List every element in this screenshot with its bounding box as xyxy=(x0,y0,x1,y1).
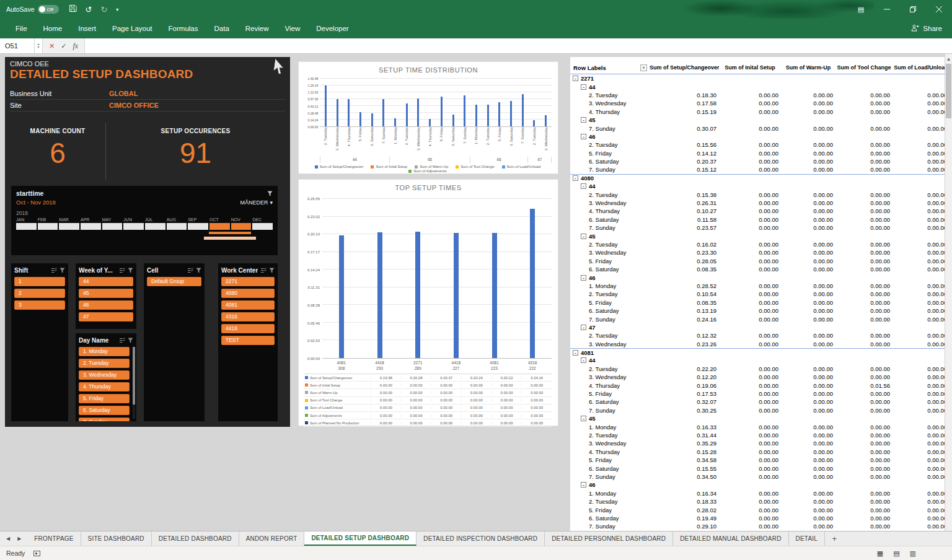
ribbon-display-options-icon[interactable]: ▤ xyxy=(848,0,874,19)
clear-filter-icon[interactable] xyxy=(196,268,201,273)
undo-icon[interactable]: ↺ xyxy=(86,6,92,14)
name-box[interactable]: O51 xyxy=(0,38,35,53)
cancel-icon[interactable]: ✕ xyxy=(49,42,55,50)
timeline-scrollbar-thumb[interactable] xyxy=(204,237,257,240)
scrollbar-thumb[interactable] xyxy=(133,347,135,405)
insert-function-icon[interactable]: fx xyxy=(73,42,78,51)
timeline-month-jan[interactable]: JAN xyxy=(16,217,37,230)
timeline-month-jul[interactable]: JUL xyxy=(145,217,165,230)
sheet-tab-detailed-setup-dashboard[interactable]: DETAILED SETUP DASHBOARD xyxy=(304,532,416,546)
ribbon-tab-page-layout[interactable]: Page Layout xyxy=(104,19,161,38)
timeline-granularity-dropdown[interactable]: MÅNEDER ▾ xyxy=(240,199,273,206)
slicer-scrollbar[interactable] xyxy=(133,347,135,419)
multiselect-icon[interactable] xyxy=(260,268,267,273)
ribbon-tab-review[interactable]: Review xyxy=(237,19,277,38)
collapse-button[interactable]: - xyxy=(581,117,586,123)
share-button[interactable]: Share xyxy=(911,24,952,33)
multiselect-icon[interactable] xyxy=(119,338,125,343)
filter-dropdown-icon[interactable]: ▼ xyxy=(640,64,647,71)
slicer-item-7-sunday[interactable]: 7. Sunday xyxy=(79,418,130,421)
collapse-button[interactable]: - xyxy=(573,76,578,81)
timeline-month-apr[interactable]: APR xyxy=(81,217,101,230)
multiselect-icon[interactable] xyxy=(187,268,193,273)
collapse-button[interactable]: - xyxy=(581,134,586,139)
close-icon[interactable] xyxy=(926,0,952,19)
collapse-button[interactable]: - xyxy=(573,350,578,356)
vertical-scrollbar[interactable]: ▲ xyxy=(945,54,952,531)
slicer-item-1[interactable]: 1 xyxy=(14,277,65,286)
slicer-item-3-wednesday[interactable]: 3. Wednesday xyxy=(79,370,130,380)
collapse-button[interactable]: - xyxy=(581,325,586,330)
pivot-header-row-labels[interactable]: Row Labels▼ xyxy=(570,64,650,71)
collapse-button[interactable]: - xyxy=(581,416,586,421)
save-icon[interactable] xyxy=(69,4,77,15)
sheet-tab-detail[interactable]: DETAIL xyxy=(789,532,825,546)
slicer-item-default-group[interactable]: Default Group xyxy=(147,277,201,286)
name-box-spinner[interactable]: ▲▼ xyxy=(35,38,43,53)
multiselect-icon[interactable] xyxy=(51,268,57,273)
clear-filter-icon[interactable] xyxy=(128,268,133,273)
formula-input[interactable] xyxy=(85,38,952,53)
customize-toolbar-icon[interactable]: ▾ xyxy=(116,7,118,12)
sheet-tab-detailed-inspection-dashboard[interactable]: DETAILED INSPECTION DASHBOARD xyxy=(416,532,545,546)
sheet-tab-andon-report[interactable]: ANDON REPORT xyxy=(239,532,305,546)
timeline-scrollbar[interactable] xyxy=(16,237,273,240)
sheet-tab-site-dashboard[interactable]: SITE DASHBOARD xyxy=(81,532,152,546)
timeline-month-sep[interactable]: SEP xyxy=(188,217,208,230)
timeline-month-may[interactable]: MAY xyxy=(102,217,123,230)
scrollbar-thumb[interactable] xyxy=(946,64,951,118)
ribbon-tab-home[interactable]: Home xyxy=(35,19,71,38)
sheet-nav-right-icon[interactable]: ▶ xyxy=(17,536,21,541)
record-macro-icon[interactable] xyxy=(33,551,40,556)
slicer-item-1-monday[interactable]: 1. Monday xyxy=(79,347,130,356)
collapse-button[interactable]: - xyxy=(573,175,578,181)
clear-filter-icon[interactable] xyxy=(128,338,133,343)
minimize-icon[interactable] xyxy=(874,0,900,19)
slicer-item-4418[interactable]: 4418 xyxy=(221,324,275,333)
autosave-pill[interactable]: Off xyxy=(38,5,59,14)
slicer-item-45[interactable]: 45 xyxy=(79,289,133,298)
slicer-item-4316[interactable]: 4316 xyxy=(221,312,275,322)
timeline-month-jun[interactable]: JUN xyxy=(123,217,144,230)
slicer-item-44[interactable]: 44 xyxy=(79,277,133,286)
ribbon-tab-insert[interactable]: Insert xyxy=(70,19,104,38)
ribbon-tab-developer[interactable]: Developer xyxy=(308,19,356,38)
ribbon-tab-data[interactable]: Data xyxy=(206,19,237,38)
chart-top-setup-times[interactable]: TOP SETUP TIMES 0.00.000.02.530.05.460.0… xyxy=(298,179,558,426)
slicer-item-6-saturday[interactable]: 6. Saturday xyxy=(79,406,130,415)
page-break-view-icon[interactable]: ▥ xyxy=(910,549,916,558)
clear-filter-icon[interactable] xyxy=(267,191,273,196)
sheet-tab-detailed-personnel-dashboard[interactable]: DETAILED PERSONNEL DASHBOARD xyxy=(545,532,673,546)
chart-setup-time-distribution[interactable]: SETUP TIME DISTRIBUTION 0.00.000.14.240.… xyxy=(298,61,558,174)
autosave-toggle[interactable]: AutoSave Off xyxy=(6,5,59,14)
redo-icon[interactable]: ↻ xyxy=(100,6,107,14)
multiselect-icon[interactable] xyxy=(119,268,125,273)
sheet-tab-detailed-manual-dashboard[interactable]: DETAILED MANUAL DASHBOARD xyxy=(673,532,788,546)
collapse-button[interactable]: - xyxy=(581,183,586,189)
slicer-item-4-thursday[interactable]: 4. Thursday xyxy=(79,382,130,392)
timeline-month-dec[interactable]: DEC xyxy=(252,217,273,230)
scroll-up-icon[interactable]: ▲ xyxy=(945,54,952,61)
slicer-item-5-friday[interactable]: 5. Friday xyxy=(79,394,130,403)
timeline-month-nov[interactable]: NOV xyxy=(231,217,252,230)
timeline-month-mar[interactable]: MAR xyxy=(59,217,79,230)
collapse-button[interactable]: - xyxy=(581,275,586,281)
slicer-item-test[interactable]: TEST xyxy=(221,336,275,345)
restore-icon[interactable] xyxy=(900,0,926,19)
slicer-item-4080[interactable]: 4080 xyxy=(221,289,275,298)
collapse-button[interactable]: - xyxy=(581,84,586,90)
slicer-item-46[interactable]: 46 xyxy=(79,300,133,310)
clear-filter-icon[interactable] xyxy=(269,268,275,273)
collapse-button[interactable]: - xyxy=(581,357,586,363)
ribbon-tab-file[interactable]: File xyxy=(7,19,35,38)
timeline-month-aug[interactable]: AUG xyxy=(167,217,187,230)
sheet-nav-left-icon[interactable]: ◀ xyxy=(6,536,10,541)
collapse-button[interactable]: - xyxy=(581,234,586,239)
slicer-item-2271[interactable]: 2271 xyxy=(221,277,275,286)
timeline-month-feb[interactable]: FEB xyxy=(38,217,58,230)
sheet-tab-frontpage[interactable]: FRONTPAGE xyxy=(27,532,81,546)
slicer-item-3[interactable]: 3 xyxy=(14,300,65,310)
slicer-item-47[interactable]: 47 xyxy=(79,312,133,322)
slicer-item-2-tuesday[interactable]: 2. Tuesday xyxy=(79,359,130,368)
slicer-item-4081[interactable]: 4081 xyxy=(221,300,275,310)
